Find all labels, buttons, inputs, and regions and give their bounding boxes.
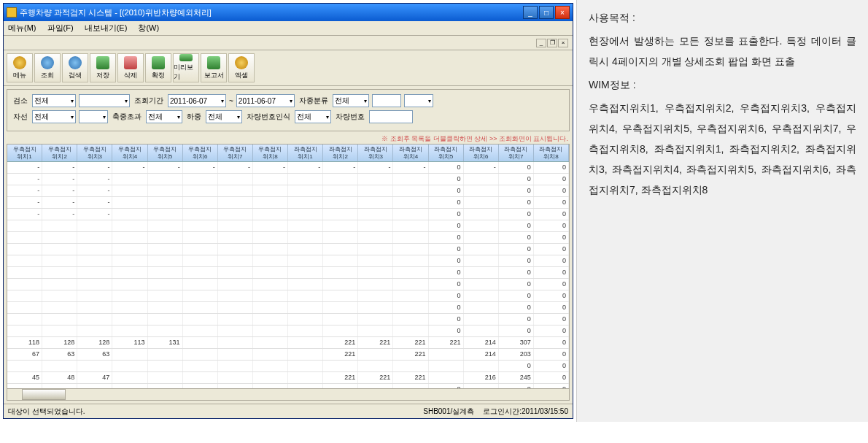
plate-select[interactable]: 전체 (295, 110, 331, 123)
doc-restore[interactable]: ❐ (547, 39, 557, 47)
cell (288, 302, 323, 313)
cell (323, 384, 358, 388)
col-header[interactable]: 좌측접지 위치5 (429, 145, 464, 161)
date-to[interactable]: 2011-06-07 (236, 94, 295, 107)
table-row[interactable]: 4548472212212212162450 (7, 372, 569, 384)
cell (464, 220, 499, 231)
col-header[interactable]: 좌측접지 위치1 (288, 145, 323, 161)
cell: 245 (499, 372, 534, 383)
table-row[interactable]: 000 (7, 267, 569, 279)
menu-file[interactable]: 파일(F) (47, 23, 74, 32)
maximize-button[interactable]: □ (539, 6, 554, 19)
col-header[interactable]: 좌측접지 위치3 (358, 145, 393, 161)
tb-menu[interactable]: 메뉴 (7, 53, 33, 82)
col-header[interactable]: 우측접지 위치6 (183, 145, 218, 161)
tb-preview[interactable]: 미리보기 (173, 53, 199, 82)
col-header[interactable]: 좌측접지 위치2 (323, 145, 358, 161)
app-icon (7, 7, 17, 18)
menu-export[interactable]: 내보내기(E) (85, 23, 128, 32)
cell (148, 384, 183, 388)
cell: 0 (534, 349, 569, 360)
table-row[interactable]: 000 (7, 302, 569, 314)
tb-save[interactable]: 저장 (90, 53, 116, 82)
col-header[interactable]: 좌측접지 위치8 (534, 145, 569, 161)
cell (112, 255, 147, 266)
tb-query[interactable]: 조회 (34, 53, 61, 82)
class-select[interactable]: 전체 (333, 94, 369, 107)
col-header[interactable]: 우측접지 위치8 (253, 145, 288, 161)
table-row[interactable]: ------------0-00 (7, 162, 569, 174)
table-row[interactable]: 6763632212212142030 (7, 349, 569, 361)
cell (288, 337, 323, 348)
tb-report[interactable]: 보고서 (201, 53, 227, 82)
table-row[interactable]: ---000 (7, 185, 569, 197)
description-panel: 사용목적 : 현장에서 발생하는 모든 정보를 표출한다. 특정 데이터 클릭시… (576, 0, 868, 422)
col-header[interactable]: 우측접지 위치1 (7, 145, 42, 161)
col-header[interactable]: 우측접지 위치4 (112, 145, 147, 161)
cell (112, 325, 147, 336)
cell: 0 (534, 255, 569, 266)
class-input[interactable] (372, 94, 401, 107)
table-row[interactable]: ---000 (7, 174, 569, 185)
col-header[interactable]: 우측접지 위치2 (42, 145, 77, 161)
tb-delete[interactable]: 삭제 (117, 53, 144, 82)
col-header[interactable]: 우측접지 위치7 (218, 145, 253, 161)
lane-select2[interactable] (79, 110, 108, 123)
lane-select[interactable]: 전체 (32, 110, 76, 123)
tb-confirm[interactable]: 확정 (145, 53, 171, 82)
cell (253, 349, 288, 360)
close-button[interactable]: × (555, 6, 570, 19)
class-select2[interactable] (404, 94, 433, 107)
cell: 0 (499, 267, 534, 278)
col-header[interactable]: 좌측접지 위치7 (499, 145, 534, 161)
cell (183, 325, 218, 336)
doc-close[interactable]: × (558, 39, 568, 47)
col-header[interactable]: 좌측접지 위치6 (464, 145, 499, 161)
grid-body[interactable]: ------------0-00---000---000---000---000… (7, 162, 569, 388)
cell: 0 (429, 290, 464, 301)
horizontal-scrollbar[interactable] (7, 388, 569, 400)
label-axle: 축중초과 (111, 112, 143, 122)
menu-window[interactable]: 창(W) (138, 23, 159, 32)
cell (464, 290, 499, 301)
table-row[interactable]: 000 (7, 232, 569, 244)
table-row[interactable]: 1181281281131312212212212212143070 (7, 337, 569, 349)
cell (323, 290, 358, 301)
col-header[interactable]: 좌측접지 위치4 (393, 145, 428, 161)
menu-menu[interactable]: 메뉴(M) (8, 23, 36, 32)
cell: 0 (499, 220, 534, 231)
cell (358, 255, 393, 266)
tilde: ~ (229, 97, 233, 105)
cell (253, 325, 288, 336)
table-row[interactable]: 000 (7, 290, 569, 302)
table-row[interactable]: ---000 (7, 209, 569, 220)
tb-excel[interactable]: 엑셀 (228, 53, 255, 82)
site-select[interactable]: 전체 (32, 94, 76, 107)
minimize-button[interactable]: _ (523, 6, 538, 19)
weight-select[interactable]: 전체 (206, 110, 242, 123)
table-row[interactable]: 000 (7, 384, 569, 388)
site-select2[interactable] (79, 94, 130, 107)
cell: 221 (429, 337, 464, 348)
table-row[interactable]: 000 (7, 279, 569, 290)
cell (77, 384, 112, 388)
table-row[interactable]: 000 (7, 255, 569, 267)
table-row[interactable]: ---000 (7, 197, 569, 209)
table-row[interactable]: 000 (7, 244, 569, 255)
scroll-thumb[interactable] (22, 389, 66, 400)
table-row[interactable]: 000 (7, 220, 569, 232)
doc-minimize[interactable]: _ (536, 39, 546, 47)
date-from[interactable]: 2011-06-07 (168, 94, 226, 107)
table-row[interactable]: 00 (7, 361, 569, 372)
cell: 0 (429, 174, 464, 185)
table-row[interactable]: 000 (7, 325, 569, 337)
table-row[interactable]: 000 (7, 314, 569, 325)
tb-search[interactable]: 검색 (62, 53, 88, 82)
col-header[interactable]: 우측접지 위치5 (148, 145, 183, 161)
col-header[interactable]: 우측접지 위치3 (77, 145, 112, 161)
axle-select[interactable]: 전체 (146, 110, 182, 123)
cell (393, 185, 428, 196)
cell (358, 361, 393, 371)
plateno-input[interactable] (369, 110, 413, 123)
cell: 47 (77, 372, 112, 383)
